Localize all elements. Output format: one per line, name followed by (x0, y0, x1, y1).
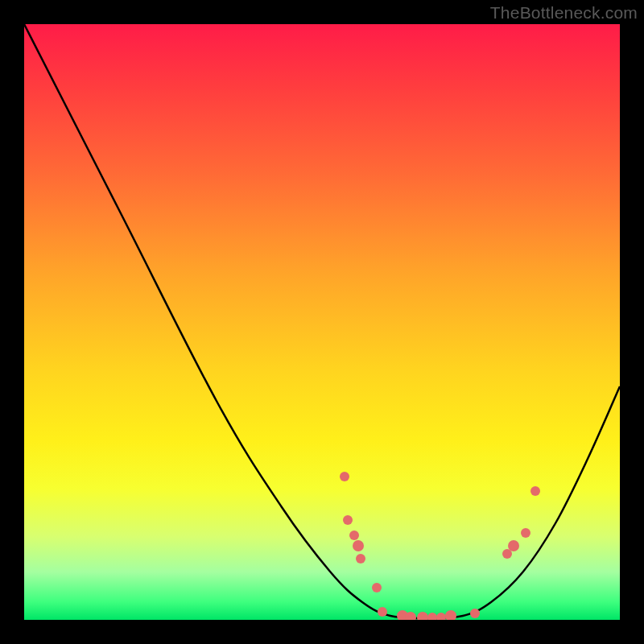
curve-marker (445, 610, 456, 620)
curve-marker (340, 472, 349, 481)
plot-area (24, 24, 620, 620)
curve-marker (521, 528, 530, 538)
curve-markers (340, 472, 540, 620)
curve-marker (470, 609, 480, 618)
curve-marker (417, 612, 428, 620)
curve-marker (427, 613, 437, 620)
curve-marker (436, 613, 446, 620)
curve-marker (372, 583, 382, 592)
curve-marker (353, 540, 364, 551)
curve-marker (349, 530, 359, 540)
chart-frame: TheBottleneck.com (0, 0, 644, 644)
curve-line (24, 24, 620, 618)
watermark-text: TheBottleneck.com (490, 3, 638, 23)
curve-marker (530, 486, 540, 496)
curve-marker (508, 540, 519, 551)
curve-marker (356, 554, 365, 564)
curve-marker (378, 607, 387, 617)
curve-marker (343, 515, 353, 525)
bottleneck-curve (24, 24, 620, 620)
